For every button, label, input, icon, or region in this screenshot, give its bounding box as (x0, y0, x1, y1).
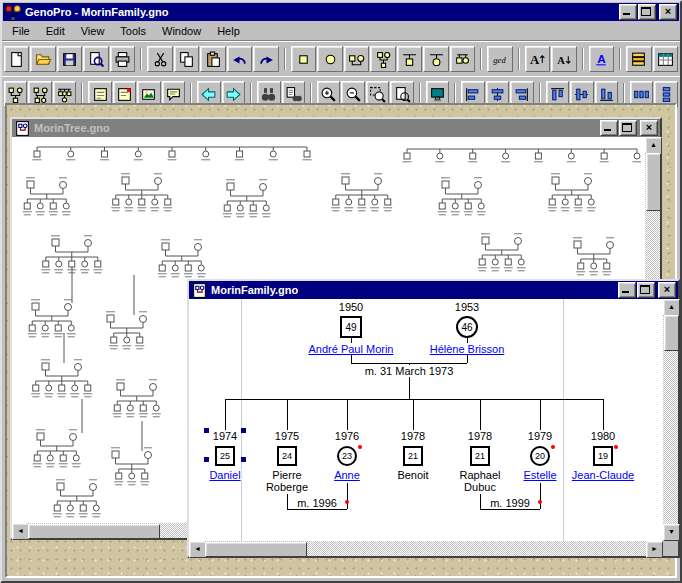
person-name-raphael[interactable]: Raphael (459, 469, 502, 481)
tree-minimize-button[interactable] (600, 120, 618, 136)
family-window-titlebar[interactable]: MorinFamily.gno (189, 281, 678, 299)
person-name-estelle[interactable]: Estelle (522, 469, 557, 481)
toolbar-separator (518, 48, 520, 70)
person-symbol-raphael[interactable]: 21 (470, 446, 490, 466)
connector-line (347, 483, 348, 509)
birth-year: 1975 (274, 430, 300, 442)
tree-maximize-button[interactable] (619, 120, 637, 136)
toolbar-separator (419, 83, 421, 105)
new-female-button[interactable] (317, 46, 342, 72)
tree-window-titlebar[interactable]: MorinTree.gno (12, 119, 660, 137)
family-maximize-button[interactable] (637, 282, 655, 298)
add-son-button[interactable] (397, 46, 422, 72)
person-symbol-jean-claude[interactable]: 19 (593, 446, 613, 466)
person-name-h-l-ne-brisson[interactable]: Hélène Brisson (429, 343, 506, 355)
family-horizontal-scrollbar[interactable] (189, 541, 663, 556)
toolbar-separator (81, 83, 83, 105)
print-button[interactable] (110, 46, 135, 72)
scrollbar-thumb[interactable] (664, 315, 679, 351)
font-smaller-button[interactable]: A (551, 46, 576, 72)
connector-line (540, 483, 541, 509)
menu-tools[interactable]: Tools (112, 23, 154, 39)
app-minimize-button[interactable] (619, 4, 637, 20)
redo-button[interactable] (253, 46, 278, 72)
scroll-down-button[interactable] (663, 524, 680, 541)
connector-line (287, 494, 288, 509)
app-window-controls (619, 4, 677, 20)
toolbar-separator (582, 48, 584, 70)
add-sibling-button[interactable] (450, 46, 475, 72)
tree-close-button[interactable] (640, 120, 658, 136)
toolbar-separator (454, 83, 456, 105)
person-name-jean-claude[interactable]: Jean-Claude (571, 469, 635, 481)
person-symbol-pierre[interactable]: 24 (277, 446, 297, 466)
person-name-andr-paul-morin[interactable]: André Paul Morin (308, 343, 395, 355)
scrollbar-thumb[interactable] (646, 153, 661, 211)
gedcom-button[interactable]: ged (487, 46, 512, 72)
connector-line (480, 509, 540, 510)
birth-year: 1953 (454, 301, 480, 313)
new-document-button[interactable] (4, 46, 29, 72)
add-parents-button[interactable] (370, 46, 395, 72)
connector-line (413, 399, 414, 430)
person-symbol-benoit[interactable]: 21 (403, 446, 423, 466)
menu-edit[interactable]: Edit (38, 23, 73, 39)
scroll-left-button[interactable] (189, 541, 206, 558)
new-family-button[interactable] (344, 46, 369, 72)
connector-line (287, 399, 288, 430)
app-close-button[interactable] (659, 4, 677, 20)
family-vertical-scrollbar[interactable] (663, 299, 678, 541)
person-name-daniel[interactable]: Daniel (208, 469, 241, 481)
undo-button[interactable] (227, 46, 252, 72)
copy-button[interactable] (174, 46, 199, 72)
scroll-right-button[interactable] (646, 541, 663, 558)
flag-dot (345, 500, 349, 504)
scroll-left-button[interactable] (12, 523, 29, 540)
connector-line (225, 399, 226, 430)
connector-line (603, 399, 604, 430)
app-titlebar[interactable]: GenoPro - MorinFamily.gno (3, 3, 679, 21)
person-symbol-andr-paul-morin[interactable]: 49 (340, 316, 362, 338)
person-surname-dubuc[interactable]: Dubuc (463, 481, 497, 493)
table-view-button[interactable] (653, 46, 678, 72)
tree-window-controls (600, 120, 658, 136)
family-canvas[interactable]: 195049André Paul Morin195346Hélène Briss… (189, 299, 663, 541)
print-preview-button[interactable] (83, 46, 108, 72)
scroll-up-button[interactable] (663, 299, 680, 316)
menu-file[interactable]: File (4, 23, 38, 39)
scrollbar-thumb[interactable] (205, 542, 307, 557)
connector-line (480, 399, 481, 430)
add-daughter-button[interactable] (423, 46, 448, 72)
family-minimize-button[interactable] (618, 282, 636, 298)
family-close-button[interactable] (658, 282, 676, 298)
menu-window[interactable]: Window (154, 23, 209, 39)
menu-view[interactable]: View (73, 23, 113, 39)
person-symbol-daniel[interactable]: 25 (215, 446, 235, 466)
hyperlink-style-button[interactable]: A (589, 46, 614, 72)
cut-button[interactable] (147, 46, 172, 72)
selection-handle[interactable] (204, 457, 209, 462)
open-file-button[interactable] (30, 46, 55, 72)
person-name-pierre[interactable]: Pierre (271, 469, 302, 481)
menu-help[interactable]: Help (209, 23, 248, 39)
paste-button[interactable] (200, 46, 225, 72)
new-male-button[interactable] (291, 46, 316, 72)
save-file-button[interactable] (57, 46, 82, 72)
person-symbol-h-l-ne-brisson[interactable]: 46 (456, 316, 478, 338)
scroll-up-button[interactable] (645, 137, 662, 154)
font-larger-button[interactable]: A (525, 46, 550, 72)
selection-handle[interactable] (204, 428, 209, 433)
scrollbar-thumb[interactable] (28, 524, 160, 539)
selection-handle[interactable] (241, 428, 246, 433)
person-symbol-anne[interactable]: 23 (337, 446, 357, 466)
report-book-button[interactable] (626, 46, 651, 72)
selection-handle[interactable] (241, 457, 246, 462)
person-surname-roberge[interactable]: Roberge (265, 481, 309, 493)
birth-year: 1978 (400, 430, 426, 442)
svg-text:ged: ged (494, 54, 507, 64)
tree-window-icon (14, 120, 31, 137)
app-maximize-button[interactable] (638, 4, 656, 20)
person-name-anne[interactable]: Anne (333, 469, 361, 481)
person-name-benoit[interactable]: Benoit (396, 469, 429, 481)
person-symbol-estelle[interactable]: 20 (530, 446, 550, 466)
